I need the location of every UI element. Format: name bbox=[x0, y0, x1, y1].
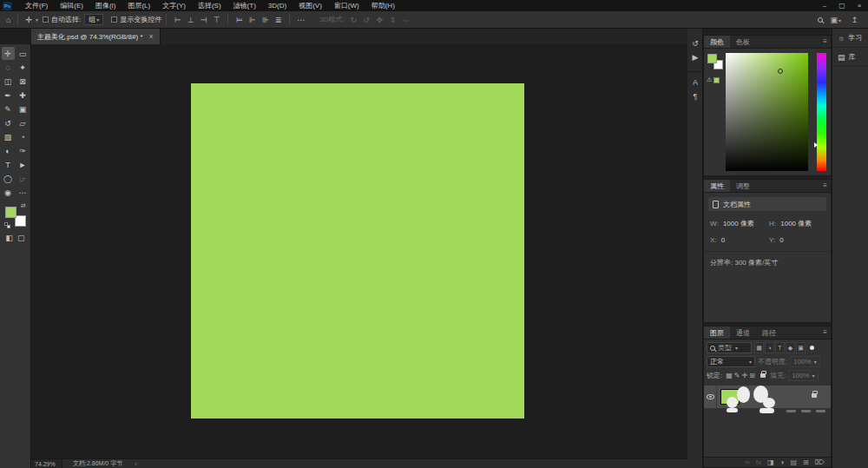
tab-adjustments[interactable]: 调整 bbox=[730, 180, 756, 192]
quick-mask-icon[interactable]: ◧ bbox=[5, 234, 13, 242]
layer-effects-icon[interactable]: fx bbox=[756, 458, 761, 466]
opacity-field[interactable]: 100% ▾ bbox=[790, 356, 819, 367]
new-layer-icon[interactable]: ⊞ bbox=[803, 458, 809, 466]
panel-menu-icon[interactable]: ≡ bbox=[823, 326, 831, 339]
object-selection-tool[interactable]: ✦ bbox=[16, 61, 30, 74]
distribute-vertical-icon[interactable]: ⊨ bbox=[233, 16, 245, 24]
eraser-tool[interactable]: ▱ bbox=[16, 116, 30, 129]
blend-mode-dropdown[interactable]: 正常 ▾ bbox=[707, 356, 755, 367]
minimize-button[interactable]: – bbox=[816, 0, 833, 11]
brush-tool[interactable]: ✎ bbox=[2, 102, 15, 115]
history-brush-tool[interactable]: ↺ bbox=[2, 116, 15, 129]
lock-pixels-icon[interactable]: ✎ bbox=[734, 372, 740, 379]
path-selection-tool[interactable]: ► bbox=[16, 158, 30, 171]
menu-item[interactable]: 图层(L) bbox=[122, 0, 156, 11]
3d-scale-icon[interactable]: ⇔ bbox=[400, 16, 411, 24]
document-tab[interactable]: 主题美化.psd @ 74.3%(RGB/8#) * × bbox=[31, 29, 161, 44]
3d-slide-icon[interactable]: ⇕ bbox=[387, 16, 398, 24]
panel-menu-icon[interactable]: ≡ bbox=[823, 36, 831, 48]
crop-tool[interactable]: ◫ bbox=[2, 75, 15, 88]
x-value[interactable]: 0 bbox=[721, 236, 725, 244]
lock-position-icon[interactable]: ✛ bbox=[742, 372, 748, 379]
zoom-tool[interactable]: ◉ bbox=[2, 186, 15, 199]
actions-panel-icon[interactable]: ▶ bbox=[687, 50, 703, 64]
filter-shape-layers-icon[interactable]: ◆ bbox=[786, 342, 795, 353]
menu-item[interactable]: 选择(S) bbox=[192, 0, 227, 11]
tab-properties[interactable]: 属性 bbox=[704, 180, 730, 192]
screen-mode-icon[interactable]: ▢ bbox=[17, 234, 25, 242]
show-transform-checkbox[interactable] bbox=[111, 16, 117, 23]
align-left-icon[interactable]: ⊢ bbox=[172, 16, 183, 24]
chevron-down-icon[interactable]: ▾ bbox=[36, 16, 38, 23]
tab-channels[interactable]: 通道 bbox=[730, 326, 756, 339]
layer-row[interactable] bbox=[704, 386, 831, 408]
tab-swatches[interactable]: 色板 bbox=[730, 36, 756, 48]
filter-toggle-icon[interactable] bbox=[810, 346, 814, 350]
frame-tool[interactable]: ⊠ bbox=[16, 75, 30, 88]
gamut-color-swatch[interactable] bbox=[713, 77, 720, 83]
blur-tool[interactable]: ◔ bbox=[16, 130, 30, 143]
layer-visibility-cell[interactable] bbox=[704, 386, 717, 408]
menu-item[interactable]: 图像(I) bbox=[89, 0, 122, 11]
close-tab-icon[interactable]: × bbox=[149, 32, 154, 41]
hand-tool[interactable]: ☞ bbox=[16, 172, 30, 185]
status-options-chevron-icon[interactable]: › bbox=[135, 461, 136, 467]
restore-button[interactable]: ▢ bbox=[833, 0, 851, 11]
y-value[interactable]: 0 bbox=[779, 236, 783, 244]
fill-field[interactable]: 100% ▾ bbox=[788, 370, 818, 381]
menu-item[interactable]: 帮助(H) bbox=[365, 0, 401, 11]
share-icon[interactable]: ↥ bbox=[849, 16, 860, 24]
hue-slider[interactable] bbox=[817, 53, 826, 171]
saturation-brightness-field[interactable] bbox=[726, 53, 808, 171]
workspace-switcher-icon[interactable]: ▣▾ bbox=[830, 16, 841, 24]
layer-filter-dropdown[interactable]: 类型 ▾ bbox=[707, 342, 752, 353]
swap-colors-icon[interactable]: ⇄ bbox=[21, 202, 26, 209]
gradient-tool[interactable]: ▨ bbox=[2, 130, 15, 143]
height-value[interactable]: 1000 像素 bbox=[780, 220, 812, 227]
tab-paths[interactable]: 路径 bbox=[756, 326, 782, 339]
menu-item[interactable]: 窗口(W) bbox=[328, 0, 365, 11]
3d-roll-icon[interactable]: ↺ bbox=[361, 16, 372, 24]
auto-select-dropdown[interactable]: 组 ▾ bbox=[84, 14, 103, 25]
lock-artboard-icon[interactable]: ⊞ bbox=[749, 372, 755, 379]
3d-drag-icon[interactable]: ✥ bbox=[374, 16, 385, 24]
menu-item[interactable]: 滤镜(T) bbox=[227, 0, 262, 11]
menu-item[interactable]: 文件(F) bbox=[19, 0, 54, 11]
zoom-level-field[interactable]: 74.29% bbox=[31, 459, 62, 468]
search-icon[interactable] bbox=[818, 17, 823, 23]
3d-rotate-icon[interactable]: ↻ bbox=[348, 16, 359, 24]
distribute-spacing-icon[interactable]: ≣ bbox=[273, 16, 284, 24]
tab-layers[interactable]: 图层 bbox=[704, 326, 730, 339]
lock-all-icon[interactable] bbox=[760, 373, 766, 378]
pen-tool[interactable]: ✑ bbox=[16, 144, 30, 157]
more-tools[interactable]: ⋯ bbox=[16, 186, 30, 199]
libraries[interactable]: ▤ 库 bbox=[832, 48, 868, 67]
clone-stamp-tool[interactable]: ▣ bbox=[16, 102, 30, 115]
link-layers-icon[interactable]: ∞ bbox=[745, 458, 750, 466]
menu-item[interactable]: 视图(V) bbox=[293, 0, 328, 11]
home-icon[interactable]: ⌂ bbox=[3, 16, 13, 24]
character-panel-icon[interactable]: A bbox=[687, 76, 703, 89]
type-tool[interactable]: T bbox=[2, 158, 15, 171]
width-value[interactable]: 1000 像素 bbox=[723, 220, 754, 227]
shape-tool[interactable]: ◯ bbox=[2, 172, 15, 185]
paragraph-panel-icon[interactable]: ¶ bbox=[687, 89, 703, 103]
filter-type-layers-icon[interactable]: T bbox=[775, 342, 785, 353]
tab-color[interactable]: 颜色 bbox=[704, 36, 730, 48]
menu-item[interactable]: 编辑(E) bbox=[54, 0, 89, 11]
align-center-icon[interactable]: ⊥ bbox=[185, 16, 196, 24]
add-layer-mask-icon[interactable]: ◨ bbox=[767, 458, 774, 466]
menu-item[interactable]: 3D(D) bbox=[262, 0, 293, 11]
filter-adjustment-layers-icon[interactable]: ◑ bbox=[765, 342, 774, 353]
align-top-icon[interactable]: ⊤ bbox=[211, 16, 222, 24]
distribute-hcenter-icon[interactable]: ⊩ bbox=[247, 16, 258, 24]
delete-layer-icon[interactable]: ⌦ bbox=[815, 458, 825, 466]
new-group-icon[interactable]: ▤ bbox=[790, 458, 797, 466]
distribute-bottom-icon[interactable]: ⊪ bbox=[260, 16, 271, 24]
canvas-document[interactable] bbox=[191, 83, 524, 419]
move-tool[interactable]: ✛ bbox=[2, 47, 15, 60]
auto-select-checkbox[interactable] bbox=[43, 16, 49, 23]
lasso-tool[interactable]: ◌ bbox=[2, 61, 15, 74]
healing-brush-tool[interactable]: ✚ bbox=[16, 89, 30, 102]
adjustment-layer-icon[interactable]: ◑ bbox=[780, 458, 785, 466]
